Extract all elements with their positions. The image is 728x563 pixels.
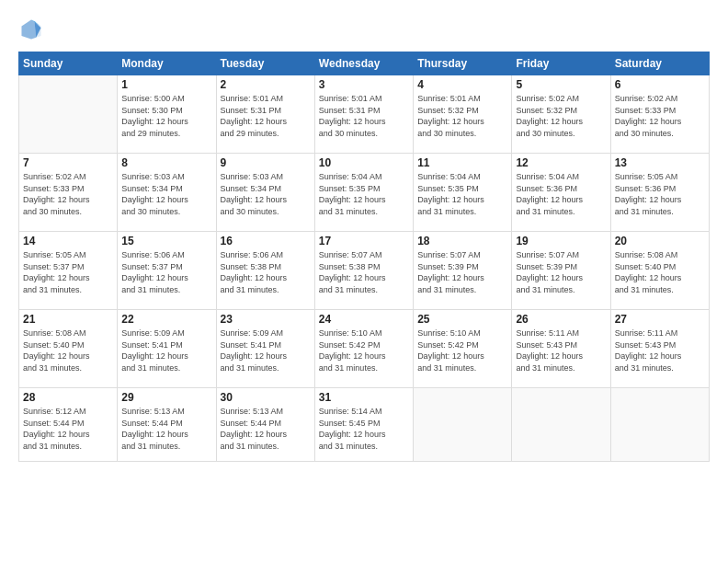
day-info: Sunrise: 5:11 AM Sunset: 5:43 PM Dayligh… (516, 327, 606, 373)
day-number: 25 (417, 313, 507, 326)
day-info: Sunrise: 5:02 AM Sunset: 5:33 PM Dayligh… (23, 171, 113, 217)
day-cell: 7Sunrise: 5:02 AM Sunset: 5:33 PM Daylig… (19, 154, 118, 232)
day-info: Sunrise: 5:07 AM Sunset: 5:38 PM Dayligh… (319, 249, 409, 295)
col-wednesday: Wednesday (314, 52, 413, 75)
day-cell: 31Sunrise: 5:14 AM Sunset: 5:45 PM Dayli… (314, 388, 413, 462)
header (18, 17, 710, 42)
week-row-3: 14Sunrise: 5:05 AM Sunset: 5:37 PM Dayli… (19, 232, 710, 310)
day-info: Sunrise: 5:13 AM Sunset: 5:44 PM Dayligh… (221, 406, 311, 452)
day-cell: 30Sunrise: 5:13 AM Sunset: 5:44 PM Dayli… (216, 388, 314, 462)
day-cell: 29Sunrise: 5:13 AM Sunset: 5:44 PM Dayli… (118, 388, 216, 462)
day-info: Sunrise: 5:07 AM Sunset: 5:39 PM Dayligh… (516, 249, 606, 295)
day-number: 10 (319, 156, 409, 169)
day-cell: 8Sunrise: 5:03 AM Sunset: 5:34 PM Daylig… (118, 154, 216, 232)
day-info: Sunrise: 5:03 AM Sunset: 5:34 PM Dayligh… (221, 171, 311, 217)
day-info: Sunrise: 5:07 AM Sunset: 5:39 PM Dayligh… (417, 249, 507, 295)
day-cell: 19Sunrise: 5:07 AM Sunset: 5:39 PM Dayli… (512, 232, 610, 310)
day-cell: 18Sunrise: 5:07 AM Sunset: 5:39 PM Dayli… (414, 232, 512, 310)
day-cell (610, 388, 709, 462)
week-row-2: 7Sunrise: 5:02 AM Sunset: 5:33 PM Daylig… (19, 154, 710, 232)
day-cell: 16Sunrise: 5:06 AM Sunset: 5:38 PM Dayli… (216, 232, 314, 310)
day-number: 2 (221, 78, 311, 91)
day-number: 18 (417, 235, 507, 247)
col-friday: Friday (512, 52, 610, 75)
day-number: 14 (23, 235, 113, 247)
day-info: Sunrise: 5:10 AM Sunset: 5:42 PM Dayligh… (417, 327, 507, 373)
day-cell: 25Sunrise: 5:10 AM Sunset: 5:42 PM Dayli… (414, 310, 512, 388)
day-info: Sunrise: 5:09 AM Sunset: 5:41 PM Dayligh… (221, 327, 311, 373)
day-cell: 24Sunrise: 5:10 AM Sunset: 5:42 PM Dayli… (314, 310, 413, 388)
day-number: 28 (23, 391, 113, 404)
week-row-5: 28Sunrise: 5:12 AM Sunset: 5:44 PM Dayli… (19, 388, 710, 462)
day-cell: 28Sunrise: 5:12 AM Sunset: 5:44 PM Dayli… (19, 388, 118, 462)
day-number: 20 (615, 235, 705, 247)
day-info: Sunrise: 5:08 AM Sunset: 5:40 PM Dayligh… (23, 327, 113, 373)
day-cell: 26Sunrise: 5:11 AM Sunset: 5:43 PM Dayli… (512, 310, 610, 388)
day-number: 3 (319, 78, 409, 91)
col-tuesday: Tuesday (216, 52, 314, 75)
day-number: 13 (615, 156, 705, 169)
day-cell: 11Sunrise: 5:04 AM Sunset: 5:35 PM Dayli… (414, 154, 512, 232)
col-monday: Monday (118, 52, 216, 75)
day-number: 7 (23, 156, 113, 169)
day-info: Sunrise: 5:04 AM Sunset: 5:35 PM Dayligh… (319, 171, 409, 217)
header-row: Sunday Monday Tuesday Wednesday Thursday… (19, 52, 710, 75)
day-info: Sunrise: 5:04 AM Sunset: 5:36 PM Dayligh… (516, 171, 606, 217)
logo-icon (18, 17, 44, 42)
day-cell: 1Sunrise: 5:00 AM Sunset: 5:30 PM Daylig… (118, 75, 216, 154)
logo (18, 17, 48, 42)
day-number: 16 (221, 235, 311, 247)
day-cell: 10Sunrise: 5:04 AM Sunset: 5:35 PM Dayli… (314, 154, 413, 232)
day-cell: 20Sunrise: 5:08 AM Sunset: 5:40 PM Dayli… (610, 232, 709, 310)
day-info: Sunrise: 5:06 AM Sunset: 5:38 PM Dayligh… (221, 249, 311, 295)
day-number: 22 (121, 313, 211, 326)
day-number: 12 (516, 156, 606, 169)
calendar-table: Sunday Monday Tuesday Wednesday Thursday… (18, 52, 710, 462)
day-number: 6 (615, 78, 705, 91)
day-info: Sunrise: 5:05 AM Sunset: 5:37 PM Dayligh… (23, 249, 113, 295)
day-number: 21 (23, 313, 113, 326)
day-cell: 6Sunrise: 5:02 AM Sunset: 5:33 PM Daylig… (610, 75, 709, 154)
day-info: Sunrise: 5:06 AM Sunset: 5:37 PM Dayligh… (121, 249, 211, 295)
day-info: Sunrise: 5:13 AM Sunset: 5:44 PM Dayligh… (121, 406, 211, 452)
day-cell: 3Sunrise: 5:01 AM Sunset: 5:31 PM Daylig… (314, 75, 413, 154)
day-cell: 23Sunrise: 5:09 AM Sunset: 5:41 PM Dayli… (216, 310, 314, 388)
day-number: 8 (121, 156, 211, 169)
day-info: Sunrise: 5:09 AM Sunset: 5:41 PM Dayligh… (121, 327, 211, 373)
day-cell: 15Sunrise: 5:06 AM Sunset: 5:37 PM Dayli… (118, 232, 216, 310)
day-info: Sunrise: 5:10 AM Sunset: 5:42 PM Dayligh… (319, 327, 409, 373)
day-info: Sunrise: 5:11 AM Sunset: 5:43 PM Dayligh… (615, 327, 705, 373)
day-number: 9 (221, 156, 311, 169)
day-cell: 12Sunrise: 5:04 AM Sunset: 5:36 PM Dayli… (512, 154, 610, 232)
day-number: 5 (516, 78, 606, 91)
day-cell: 13Sunrise: 5:05 AM Sunset: 5:36 PM Dayli… (610, 154, 709, 232)
day-number: 31 (319, 391, 409, 404)
day-cell: 17Sunrise: 5:07 AM Sunset: 5:38 PM Dayli… (314, 232, 413, 310)
day-info: Sunrise: 5:01 AM Sunset: 5:32 PM Dayligh… (417, 93, 507, 139)
day-cell (19, 75, 118, 154)
day-number: 11 (417, 156, 507, 169)
day-cell (512, 388, 610, 462)
day-info: Sunrise: 5:04 AM Sunset: 5:35 PM Dayligh… (417, 171, 507, 217)
day-info: Sunrise: 5:02 AM Sunset: 5:32 PM Dayligh… (516, 93, 606, 139)
day-info: Sunrise: 5:03 AM Sunset: 5:34 PM Dayligh… (121, 171, 211, 217)
day-number: 26 (516, 313, 606, 326)
day-cell (414, 388, 512, 462)
day-info: Sunrise: 5:12 AM Sunset: 5:44 PM Dayligh… (23, 406, 113, 452)
day-info: Sunrise: 5:05 AM Sunset: 5:36 PM Dayligh… (615, 171, 705, 217)
day-number: 30 (221, 391, 311, 404)
svg-marker-2 (22, 20, 37, 40)
day-cell: 14Sunrise: 5:05 AM Sunset: 5:37 PM Dayli… (19, 232, 118, 310)
day-info: Sunrise: 5:08 AM Sunset: 5:40 PM Dayligh… (615, 249, 705, 295)
day-number: 27 (615, 313, 705, 326)
day-cell: 21Sunrise: 5:08 AM Sunset: 5:40 PM Dayli… (19, 310, 118, 388)
week-row-4: 21Sunrise: 5:08 AM Sunset: 5:40 PM Dayli… (19, 310, 710, 388)
col-thursday: Thursday (414, 52, 512, 75)
day-number: 15 (121, 235, 211, 247)
day-number: 19 (516, 235, 606, 247)
day-info: Sunrise: 5:14 AM Sunset: 5:45 PM Dayligh… (319, 406, 409, 452)
day-cell: 22Sunrise: 5:09 AM Sunset: 5:41 PM Dayli… (118, 310, 216, 388)
day-cell: 2Sunrise: 5:01 AM Sunset: 5:31 PM Daylig… (216, 75, 314, 154)
day-info: Sunrise: 5:00 AM Sunset: 5:30 PM Dayligh… (121, 93, 211, 139)
week-row-1: 1Sunrise: 5:00 AM Sunset: 5:30 PM Daylig… (19, 75, 710, 154)
